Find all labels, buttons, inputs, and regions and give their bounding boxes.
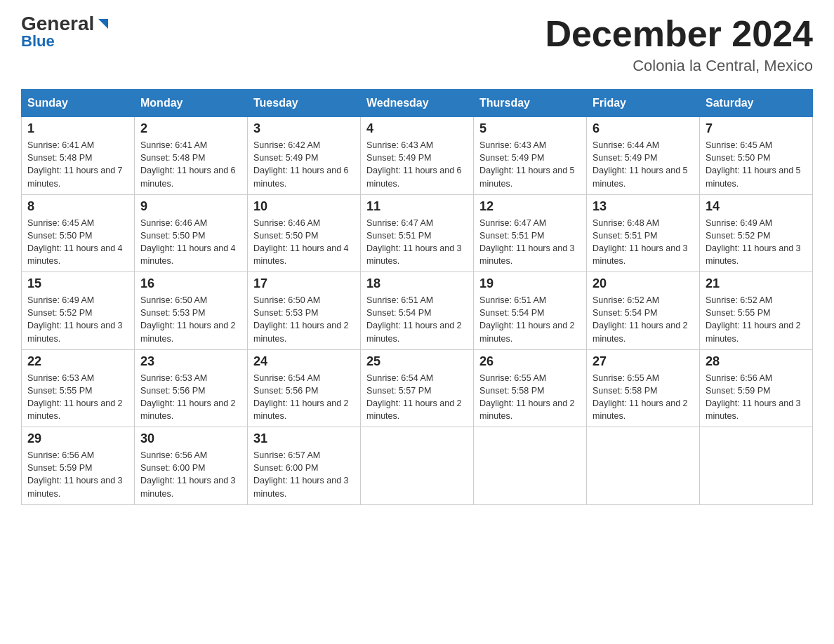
header-monday: Monday [135, 90, 248, 117]
day-number: 12 [479, 199, 581, 214]
calendar-cell: 25Sunrise: 6:54 AMSunset: 5:57 PMDayligh… [361, 349, 474, 427]
week-row-1: 1Sunrise: 6:41 AMSunset: 5:48 PMDaylight… [22, 117, 813, 195]
day-info: Sunrise: 6:47 AMSunset: 5:51 PMDaylight:… [366, 217, 468, 268]
day-number: 15 [27, 276, 128, 291]
day-info: Sunrise: 6:49 AMSunset: 5:52 PMDaylight:… [27, 294, 128, 345]
calendar-cell: 30Sunrise: 6:56 AMSunset: 6:00 PMDayligh… [135, 427, 248, 505]
calendar-cell: 31Sunrise: 6:57 AMSunset: 6:00 PMDayligh… [248, 427, 361, 505]
day-number: 25 [366, 354, 468, 369]
header-thursday: Thursday [474, 90, 587, 117]
day-info: Sunrise: 6:50 AMSunset: 5:53 PMDaylight:… [140, 294, 241, 345]
page-header: General Blue December 2024 Colonia la Ce… [21, 14, 813, 75]
week-row-3: 15Sunrise: 6:49 AMSunset: 5:52 PMDayligh… [22, 272, 813, 350]
day-info: Sunrise: 6:54 AMSunset: 5:57 PMDaylight:… [366, 372, 468, 423]
calendar-cell: 7Sunrise: 6:45 AMSunset: 5:50 PMDaylight… [700, 117, 813, 195]
calendar-cell [700, 427, 813, 505]
calendar-cell: 17Sunrise: 6:50 AMSunset: 5:53 PMDayligh… [248, 272, 361, 350]
calendar-cell: 19Sunrise: 6:51 AMSunset: 5:54 PMDayligh… [474, 272, 587, 350]
day-info: Sunrise: 6:52 AMSunset: 5:55 PMDaylight:… [706, 294, 807, 345]
day-info: Sunrise: 6:52 AMSunset: 5:54 PMDaylight:… [593, 294, 694, 345]
day-info: Sunrise: 6:43 AMSunset: 5:49 PMDaylight:… [479, 139, 581, 190]
calendar-cell: 4Sunrise: 6:43 AMSunset: 5:49 PMDaylight… [361, 117, 474, 195]
day-number: 21 [706, 276, 807, 291]
day-number: 13 [593, 199, 694, 214]
calendar-cell: 16Sunrise: 6:50 AMSunset: 5:53 PMDayligh… [135, 272, 248, 350]
day-number: 9 [140, 199, 241, 214]
day-number: 1 [27, 121, 128, 136]
day-info: Sunrise: 6:44 AMSunset: 5:49 PMDaylight:… [593, 139, 694, 190]
day-info: Sunrise: 6:46 AMSunset: 5:50 PMDaylight:… [253, 217, 355, 268]
header-tuesday: Tuesday [248, 90, 361, 117]
calendar-cell: 12Sunrise: 6:47 AMSunset: 5:51 PMDayligh… [474, 194, 587, 272]
calendar-cell: 2Sunrise: 6:41 AMSunset: 5:48 PMDaylight… [135, 117, 248, 195]
day-number: 6 [593, 121, 694, 136]
month-year-title: December 2024 [545, 14, 813, 54]
day-number: 19 [479, 276, 581, 291]
calendar-cell: 15Sunrise: 6:49 AMSunset: 5:52 PMDayligh… [22, 272, 135, 350]
header-friday: Friday [587, 90, 700, 117]
day-number: 11 [366, 199, 468, 214]
calendar-cell: 14Sunrise: 6:49 AMSunset: 5:52 PMDayligh… [700, 194, 813, 272]
day-info: Sunrise: 6:45 AMSunset: 5:50 PMDaylight:… [706, 139, 807, 190]
calendar-cell [587, 427, 700, 505]
day-info: Sunrise: 6:56 AMSunset: 5:59 PMDaylight:… [27, 449, 128, 500]
day-number: 26 [479, 354, 581, 369]
day-number: 18 [366, 276, 468, 291]
calendar-cell [474, 427, 587, 505]
calendar-cell: 5Sunrise: 6:43 AMSunset: 5:49 PMDaylight… [474, 117, 587, 195]
day-info: Sunrise: 6:48 AMSunset: 5:51 PMDaylight:… [593, 217, 694, 268]
day-number: 30 [140, 431, 241, 446]
calendar-cell: 22Sunrise: 6:53 AMSunset: 5:55 PMDayligh… [22, 349, 135, 427]
day-info: Sunrise: 6:56 AMSunset: 6:00 PMDaylight:… [140, 449, 241, 500]
day-info: Sunrise: 6:55 AMSunset: 5:58 PMDaylight:… [593, 372, 694, 423]
week-row-2: 8Sunrise: 6:45 AMSunset: 5:50 PMDaylight… [22, 194, 813, 272]
day-number: 8 [27, 199, 128, 214]
day-number: 29 [27, 431, 128, 446]
day-number: 20 [593, 276, 694, 291]
calendar-cell: 21Sunrise: 6:52 AMSunset: 5:55 PMDayligh… [700, 272, 813, 350]
week-row-4: 22Sunrise: 6:53 AMSunset: 5:55 PMDayligh… [22, 349, 813, 427]
day-info: Sunrise: 6:53 AMSunset: 5:55 PMDaylight:… [27, 372, 128, 423]
header-sunday: Sunday [22, 90, 135, 117]
calendar-cell: 18Sunrise: 6:51 AMSunset: 5:54 PMDayligh… [361, 272, 474, 350]
calendar-cell: 27Sunrise: 6:55 AMSunset: 5:58 PMDayligh… [587, 349, 700, 427]
day-info: Sunrise: 6:55 AMSunset: 5:58 PMDaylight:… [479, 372, 581, 423]
day-number: 10 [253, 199, 355, 214]
day-info: Sunrise: 6:53 AMSunset: 5:56 PMDaylight:… [140, 372, 241, 423]
logo-general-text: General [21, 14, 94, 34]
calendar-cell: 24Sunrise: 6:54 AMSunset: 5:56 PMDayligh… [248, 349, 361, 427]
calendar-cell: 10Sunrise: 6:46 AMSunset: 5:50 PMDayligh… [248, 194, 361, 272]
calendar-table: SundayMondayTuesdayWednesdayThursdayFrid… [21, 89, 813, 505]
calendar-cell: 29Sunrise: 6:56 AMSunset: 5:59 PMDayligh… [22, 427, 135, 505]
day-info: Sunrise: 6:42 AMSunset: 5:49 PMDaylight:… [253, 139, 355, 190]
location-subtitle: Colonia la Central, Mexico [545, 57, 813, 75]
logo: General Blue [21, 14, 111, 51]
day-number: 17 [253, 276, 355, 291]
day-number: 5 [479, 121, 581, 136]
calendar-cell: 1Sunrise: 6:41 AMSunset: 5:48 PMDaylight… [22, 117, 135, 195]
day-info: Sunrise: 6:56 AMSunset: 5:59 PMDaylight:… [706, 372, 807, 423]
calendar-cell: 23Sunrise: 6:53 AMSunset: 5:56 PMDayligh… [135, 349, 248, 427]
day-number: 14 [706, 199, 807, 214]
day-number: 16 [140, 276, 241, 291]
calendar-cell: 13Sunrise: 6:48 AMSunset: 5:51 PMDayligh… [587, 194, 700, 272]
day-info: Sunrise: 6:50 AMSunset: 5:53 PMDaylight:… [253, 294, 355, 345]
logo-blue-text: Blue [21, 32, 55, 51]
day-number: 4 [366, 121, 468, 136]
day-number: 3 [253, 121, 355, 136]
calendar-cell: 6Sunrise: 6:44 AMSunset: 5:49 PMDaylight… [587, 117, 700, 195]
calendar-cell: 26Sunrise: 6:55 AMSunset: 5:58 PMDayligh… [474, 349, 587, 427]
calendar-cell [361, 427, 474, 505]
day-info: Sunrise: 6:57 AMSunset: 6:00 PMDaylight:… [253, 449, 355, 500]
day-info: Sunrise: 6:45 AMSunset: 5:50 PMDaylight:… [27, 217, 128, 268]
calendar-cell: 28Sunrise: 6:56 AMSunset: 5:59 PMDayligh… [700, 349, 813, 427]
day-info: Sunrise: 6:43 AMSunset: 5:49 PMDaylight:… [366, 139, 468, 190]
day-info: Sunrise: 6:41 AMSunset: 5:48 PMDaylight:… [27, 139, 128, 190]
svg-marker-0 [98, 19, 108, 29]
calendar-header-row: SundayMondayTuesdayWednesdayThursdayFrid… [22, 90, 813, 117]
day-info: Sunrise: 6:51 AMSunset: 5:54 PMDaylight:… [366, 294, 468, 345]
day-number: 7 [706, 121, 807, 136]
day-info: Sunrise: 6:46 AMSunset: 5:50 PMDaylight:… [140, 217, 241, 268]
calendar-cell: 3Sunrise: 6:42 AMSunset: 5:49 PMDaylight… [248, 117, 361, 195]
header-saturday: Saturday [700, 90, 813, 117]
